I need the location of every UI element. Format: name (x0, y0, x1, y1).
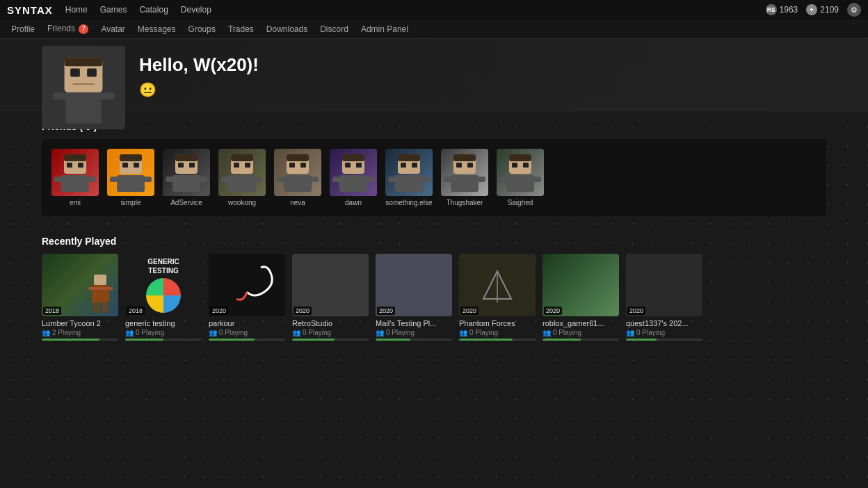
players-count: 0 Playing (303, 329, 331, 336)
svg-rect-40 (284, 175, 312, 192)
svg-rect-35 (253, 177, 263, 182)
game-rating-fill (125, 339, 163, 341)
game-thumbnail: 2020 (292, 254, 369, 316)
game-rating-fill (42, 339, 99, 341)
subnav-friends[interactable]: Friends 7 (47, 24, 88, 34)
robux-icon: R$ (766, 4, 777, 15)
recently-played-section: Recently Played 2018 Lumber Tycoon 2 👥 2… (0, 226, 868, 350)
game-card[interactable]: GENERICTESTING 2018 generic testing 👥 0 … (125, 254, 202, 341)
friend-avatar-svg (441, 149, 488, 196)
svg-rect-69 (499, 177, 509, 182)
svg-rect-16 (120, 154, 142, 161)
game-rating-fill (626, 339, 657, 341)
top-nav-right: R$ 1963 ✦ 2109 ⚙ (766, 3, 861, 17)
game-players: 👥 0 Playing (376, 329, 452, 336)
friend-item[interactable]: something.else (385, 149, 433, 206)
subnav-downloads[interactable]: Downloads (266, 24, 307, 34)
game-card[interactable]: 2020 Phantom Forces 👥 0 Playing (459, 254, 536, 341)
game-year-badge: 2020 (210, 307, 228, 315)
game-title: Mail's Testing Pl... (376, 319, 452, 327)
friend-name: neva (290, 199, 305, 206)
game-title: Phantom Forces (459, 319, 536, 327)
game-rating-fill (542, 339, 581, 341)
svg-rect-45 (345, 163, 351, 168)
subnav-trades[interactable]: Trades (228, 24, 254, 34)
nav-home[interactable]: Home (65, 5, 88, 15)
game-card[interactable]: 2020 parkour 👥 0 Playing (209, 254, 285, 341)
svg-rect-47 (339, 175, 367, 192)
game-rating-bar (125, 339, 202, 341)
svg-rect-63 (476, 177, 485, 182)
game-rating-bar (376, 339, 452, 341)
friend-avatar-svg (107, 149, 154, 196)
svg-rect-74 (102, 302, 108, 313)
user-avatar (42, 46, 125, 129)
svg-rect-28 (198, 177, 207, 182)
friend-avatar-svg (218, 149, 266, 196)
game-thumbnail: 2020 (459, 254, 536, 316)
subnav-avatar[interactable]: Avatar (101, 24, 124, 34)
game-card[interactable]: 2020 RetroStudio 👥 0 Playing (292, 254, 369, 341)
subnav-profile[interactable]: Profile (11, 24, 35, 34)
svg-rect-58 (453, 154, 476, 161)
friend-item[interactable]: dawn (330, 149, 377, 206)
hero-section: Hello, W(x20)! 😐 (0, 39, 868, 111)
svg-rect-39 (300, 163, 306, 168)
subnav-discord[interactable]: Discord (320, 24, 348, 34)
hero-greeting: Hello, W(x20)! (139, 54, 259, 76)
svg-rect-55 (388, 177, 398, 182)
friend-item[interactable]: Thugshaker (441, 149, 488, 206)
players-count: 2 Playing (52, 329, 81, 336)
svg-rect-73 (93, 302, 99, 313)
nav-games[interactable]: Games (100, 5, 127, 15)
svg-rect-7 (102, 92, 115, 99)
friend-item[interactable]: neva (274, 149, 321, 206)
friend-avatar (497, 149, 544, 196)
settings-button[interactable]: ⚙ (847, 3, 861, 17)
game-year-badge: 2018 (127, 307, 145, 315)
friend-item[interactable]: AdService (163, 149, 210, 206)
friend-avatar-svg (330, 149, 377, 196)
svg-rect-59 (456, 163, 462, 168)
subnav-admin-panel[interactable]: Admin Panel (361, 24, 408, 34)
players-count: 0 Playing (136, 329, 164, 336)
svg-rect-68 (506, 175, 534, 192)
sub-navigation: Profile Friends 7 Avatar Messages Groups… (0, 19, 868, 39)
friend-item[interactable]: emi (51, 149, 99, 206)
players-count: 0 Playing (219, 329, 248, 336)
game-card[interactable]: 2020 Mail's Testing Pl... 👥 0 Playing (376, 254, 452, 341)
svg-rect-44 (342, 154, 364, 161)
game-rating-bar (459, 339, 536, 341)
svg-rect-11 (78, 163, 83, 168)
friend-name: Saighed (508, 199, 533, 206)
friend-item[interactable]: simple (107, 149, 154, 206)
nav-catalog[interactable]: Catalog (139, 5, 168, 15)
svg-rect-60 (467, 163, 473, 168)
top-nav-left: SYNTAX Home Games Catalog Develop (7, 4, 211, 16)
game-thumbnail: GENERICTESTING 2018 (125, 254, 202, 316)
svg-rect-17 (122, 163, 128, 168)
friend-avatar (107, 149, 154, 196)
game-card[interactable]: 2020 quest1337's 202... 👥 0 Playing (626, 254, 702, 341)
subnav-groups[interactable]: Groups (188, 24, 216, 34)
friend-name: Thugshaker (447, 199, 483, 206)
svg-rect-54 (395, 175, 423, 192)
friend-avatar (441, 149, 488, 196)
game-card[interactable]: 2018 Lumber Tycoon 2 👥 2 Playing (42, 254, 118, 341)
svg-rect-41 (277, 177, 287, 182)
nav-develop[interactable]: Develop (181, 5, 211, 15)
game-rating-fill (292, 339, 335, 341)
friend-item[interactable]: wookong (218, 149, 266, 206)
friend-item[interactable]: Saighed (497, 149, 544, 206)
game-rating-bar (209, 339, 285, 341)
game-year-badge: 2020 (460, 307, 479, 315)
svg-rect-67 (523, 163, 529, 168)
credits-count: 2109 (820, 5, 839, 15)
game-players: 👥 0 Playing (209, 329, 285, 336)
game-card[interactable]: 2020 roblox_gamer61... 👥 0 Playing (542, 254, 619, 341)
friends-badge: 7 (79, 24, 88, 34)
svg-rect-18 (134, 163, 139, 168)
subnav-messages[interactable]: Messages (138, 24, 176, 34)
game-year-badge: 2020 (627, 307, 645, 315)
svg-rect-61 (451, 175, 479, 192)
